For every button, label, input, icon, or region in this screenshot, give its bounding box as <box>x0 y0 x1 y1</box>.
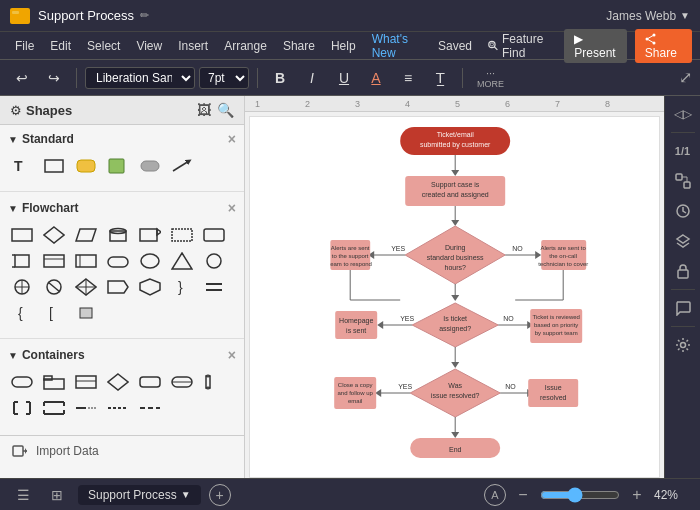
rp-format-btn[interactable]: 1/1 <box>668 137 698 165</box>
cont-rect[interactable] <box>72 371 100 393</box>
import-data-button[interactable]: Import Data <box>0 435 244 466</box>
menu-edit[interactable]: Edit <box>43 36 78 56</box>
menu-whats-new[interactable]: What's New <box>365 29 429 63</box>
menu-insert[interactable]: Insert <box>171 36 215 56</box>
standard-close[interactable]: × <box>228 131 236 147</box>
menu-arrange[interactable]: Arrange <box>217 36 274 56</box>
fc-flagged-rect[interactable] <box>136 224 164 246</box>
fc-rect6[interactable] <box>72 250 100 272</box>
cont-dash-line3[interactable] <box>136 397 164 419</box>
shape-rectangle[interactable] <box>40 155 68 177</box>
shape-text[interactable]: T <box>8 155 36 177</box>
flowchart-close[interactable]: × <box>228 200 236 216</box>
redo-button[interactable]: ↪ <box>40 65 68 91</box>
user-menu-chevron[interactable]: ▼ <box>680 10 690 21</box>
fc-rect5[interactable] <box>40 250 68 272</box>
font-select[interactable]: Liberation Sans <box>85 67 195 89</box>
cont-diamond[interactable] <box>104 371 132 393</box>
more-button[interactable]: ··· MORE <box>471 65 510 91</box>
list-view-button[interactable]: ☰ <box>10 482 36 508</box>
fc-cylinder[interactable] <box>104 224 132 246</box>
cont-bracket-box[interactable] <box>8 397 36 419</box>
fc-shield[interactable] <box>136 276 164 298</box>
cont-rounded[interactable] <box>136 371 164 393</box>
menu-share[interactable]: Share <box>276 36 322 56</box>
rp-layers-btn[interactable] <box>668 227 698 255</box>
underline-button[interactable]: U <box>330 65 358 91</box>
fc-crosshair[interactable] <box>8 276 36 298</box>
fc-circle[interactable] <box>200 250 228 272</box>
grid-view-button[interactable]: ⊞ <box>44 482 70 508</box>
containers-close[interactable]: × <box>228 347 236 363</box>
page-tab[interactable]: Support Process ▼ <box>78 485 201 505</box>
bold-button[interactable]: B <box>266 65 294 91</box>
fc-rect7[interactable] <box>104 250 132 272</box>
containers-section-header[interactable]: ▼ Containers × <box>8 347 236 363</box>
undo-button[interactable]: ↩ <box>8 65 36 91</box>
fc-parallelogram[interactable] <box>72 224 100 246</box>
fc-rect4[interactable] <box>8 250 36 272</box>
shape-note[interactable] <box>104 155 132 177</box>
fc-bracket-left[interactable]: { <box>8 302 36 324</box>
fc-brace-left[interactable]: } <box>168 276 196 298</box>
zoom-out-button[interactable]: − <box>512 484 534 506</box>
flowchart-section-header[interactable]: ▼ Flowchart × <box>8 200 236 216</box>
svg-text:team to respond: team to respond <box>330 261 372 267</box>
fc-diamond2[interactable] <box>72 276 100 298</box>
edit-icon[interactable]: ✏ <box>140 9 149 22</box>
canvas-content[interactable]: Ticket/email submitted by customer Suppo… <box>249 116 660 478</box>
present-button[interactable]: ▶ Present <box>564 29 626 63</box>
fc-equals[interactable] <box>200 276 228 298</box>
shapes-image-icon[interactable]: 🖼 <box>197 102 211 118</box>
cont-bracket-box2[interactable] <box>40 397 68 419</box>
shape-ellipse[interactable] <box>136 155 164 177</box>
fit-page-button[interactable]: A <box>484 484 506 506</box>
rp-history-btn[interactable] <box>668 197 698 225</box>
shape-rounded-rect[interactable] <box>72 155 100 177</box>
feature-find-btn[interactable]: Feature Find <box>481 29 562 63</box>
menu-file[interactable]: File <box>8 36 41 56</box>
rp-settings-btn[interactable] <box>668 331 698 359</box>
svg-line-15 <box>173 161 189 171</box>
menu-saved[interactable]: Saved <box>431 36 479 56</box>
svg-marker-153 <box>451 432 459 438</box>
fc-bracket-right[interactable]: [ <box>40 302 68 324</box>
cont-dash-line[interactable] <box>72 397 100 419</box>
text-format-button[interactable]: T̲ <box>426 65 454 91</box>
zoom-slider[interactable] <box>540 487 620 503</box>
fc-square-filled[interactable] <box>72 302 100 324</box>
canvas-area[interactable]: 1 2 3 4 5 6 7 8 Ticket/email submitted b… <box>245 96 664 478</box>
font-size-select[interactable]: 7pt <box>199 67 249 89</box>
rp-collapse-btn[interactable]: ◁▷ <box>668 100 698 128</box>
standard-section-header[interactable]: ▼ Standard × <box>8 131 236 147</box>
menu-view[interactable]: View <box>129 36 169 56</box>
add-page-button[interactable]: + <box>209 484 231 506</box>
cont-stadium[interactable] <box>168 371 196 393</box>
cont-tabs[interactable] <box>40 371 68 393</box>
fc-oval[interactable] <box>136 250 164 272</box>
fc-rect2[interactable] <box>168 224 196 246</box>
fc-rect3[interactable] <box>200 224 228 246</box>
fc-cancel-circle[interactable] <box>40 276 68 298</box>
share-button[interactable]: Share <box>635 29 692 63</box>
menu-help[interactable]: Help <box>324 36 363 56</box>
shape-arrow[interactable] <box>168 155 196 177</box>
fc-triangle[interactable] <box>168 250 196 272</box>
fc-chevron[interactable] <box>104 276 132 298</box>
strikethrough-button[interactable]: A <box>362 65 390 91</box>
rp-connection-btn[interactable] <box>668 167 698 195</box>
rp-comments-btn[interactable] <box>668 294 698 322</box>
cont-pipe[interactable] <box>200 371 228 393</box>
rp-lock-btn[interactable] <box>668 257 698 285</box>
shapes-search-icon[interactable]: 🔍 <box>217 102 234 118</box>
italic-button[interactable]: I <box>298 65 326 91</box>
fc-rect[interactable] <box>8 224 36 246</box>
zoom-in-button[interactable]: + <box>626 484 648 506</box>
fc-diamond[interactable] <box>40 224 68 246</box>
cont-pill-h[interactable] <box>8 371 36 393</box>
align-button[interactable]: ≡ <box>394 65 422 91</box>
menu-select[interactable]: Select <box>80 36 127 56</box>
cont-dash-line2[interactable] <box>104 397 132 419</box>
expand-button[interactable]: ⤢ <box>679 68 692 87</box>
svg-text:resolved: resolved <box>539 394 566 401</box>
